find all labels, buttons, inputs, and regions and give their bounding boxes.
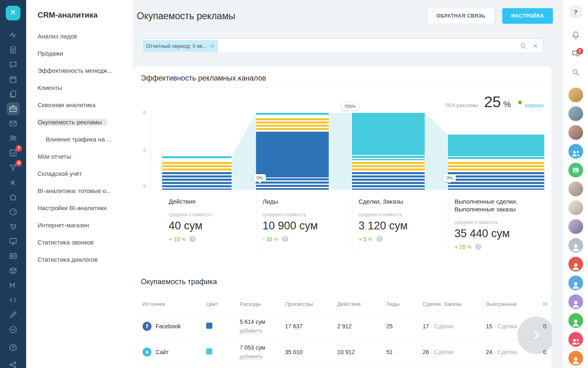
conversion-tooltip: 700% <box>341 103 359 110</box>
actions-cell: 2 912 <box>337 323 386 330</box>
sidebar-item-8[interactable]: Мои отчеты <box>38 153 127 160</box>
filter-chip-remove-icon[interactable]: × <box>211 43 214 49</box>
dialogs-icon[interactable]: 2 <box>571 49 581 59</box>
sites-icon <box>9 193 18 202</box>
filter-chip[interactable]: Отчетный период: II кв... × <box>143 40 218 52</box>
sidebar-item-4[interactable]: Клиенты <box>38 84 127 92</box>
stage-title: Лиды <box>263 198 352 206</box>
sidebar-item-12[interactable]: Интернет-магазин <box>38 222 127 229</box>
column-header: Цвет <box>206 301 240 307</box>
filter-bar[interactable]: Отчетный период: II кв... × × <box>141 38 543 53</box>
carousel-next-button[interactable] <box>517 316 552 354</box>
sidebar-item-3[interactable]: Эффективность менедж... <box>38 67 127 74</box>
sidebar-item-10[interactable]: BI-аналитика: готовые о... <box>38 187 127 195</box>
rail-item-calendar[interactable] <box>7 73 20 86</box>
user-avatar[interactable] <box>568 294 583 309</box>
rail-item-tasks-counter[interactable]: 7 <box>7 146 20 159</box>
rail-item-network[interactable] <box>7 358 20 368</box>
help-icon[interactable]: ? <box>475 244 481 250</box>
sidebar-item-9[interactable]: Складской учёт <box>38 170 127 177</box>
app-root: 74K CRM-аналитика Анализ лидовПродажиЭфф… <box>0 0 588 368</box>
user-avatar[interactable] <box>568 125 583 140</box>
user-avatar[interactable] <box>568 238 583 253</box>
stage-stat-1: Действия средняя стоимость 40 сум + 10%? <box>169 198 250 242</box>
help-icon[interactable]: ? <box>282 236 288 242</box>
rail-item-contact-center[interactable] <box>7 249 20 263</box>
table-row: fFacebook 5 614 сумдобавить 17 637 2 912… <box>141 314 543 340</box>
rail-item-employees[interactable] <box>7 132 20 145</box>
rail-item-live-feed[interactable] <box>7 29 20 42</box>
sidebar-item-1[interactable]: Анализ лидов <box>38 33 127 40</box>
rail-item-developer-tools[interactable] <box>7 294 20 307</box>
sidebar-item-14[interactable]: Статистика диалогов <box>38 256 127 263</box>
settings-button[interactable]: НАСТРОЙКА <box>502 8 553 24</box>
left-icon-rail: 74K <box>0 0 26 368</box>
rail-item-performance[interactable] <box>7 205 20 218</box>
user-avatar[interactable] <box>568 276 583 290</box>
rail-item-tasks[interactable] <box>7 43 20 56</box>
sidebar-item-6[interactable]: Окупаемость рекламы <box>38 119 127 126</box>
rail-item-rail-help[interactable] <box>7 341 20 354</box>
funnel-segment <box>352 172 425 190</box>
source-label: Сайт <box>156 349 169 355</box>
rail-item-messenger[interactable] <box>7 58 20 71</box>
user-avatar[interactable] <box>568 163 583 177</box>
search-icon[interactable] <box>519 42 527 50</box>
stage-delta: + 10%? <box>169 236 250 242</box>
user-avatar[interactable] <box>568 351 583 366</box>
main-content: Окупаемость рекламы ОБРАТНАЯ СВЯЗЬ НАСТР… <box>133 0 563 368</box>
feedback-button[interactable]: ОБРАТНАЯ СВЯЗЬ <box>427 8 495 24</box>
y-axis-label: 0 <box>143 110 146 115</box>
user-avatar[interactable] <box>568 144 583 159</box>
helpdesk-button[interactable]: ? <box>570 6 582 18</box>
roi-status-dot <box>518 101 522 104</box>
rail-item-warehouse[interactable] <box>7 264 20 277</box>
rail-item-marketing[interactable] <box>7 279 20 292</box>
rail-item-online-shop[interactable] <box>7 220 20 233</box>
rail-item-more-menu[interactable] <box>7 323 20 336</box>
rail-item-mail[interactable] <box>7 117 20 130</box>
user-avatar[interactable] <box>568 332 583 347</box>
rail-item-knowledge-base[interactable]: K <box>7 176 20 189</box>
user-avatar[interactable] <box>568 200 583 215</box>
deals-cell: 17 - Сделки <box>423 323 486 330</box>
calendar-icon <box>9 75 18 84</box>
user-avatar[interactable] <box>568 182 583 196</box>
counter-badge: 4 <box>16 160 22 166</box>
help-icon[interactable]: ? <box>189 236 196 242</box>
tasks-icon <box>9 45 18 54</box>
user-avatar[interactable] <box>568 106 583 121</box>
funnel-column-2 <box>256 94 329 190</box>
user-avatar[interactable] <box>568 88 583 102</box>
sidebar-item-11[interactable]: Настройки BI-аналитики <box>38 204 127 212</box>
notifications-bell-icon[interactable] <box>571 30 581 40</box>
sidebar-item-13[interactable]: Статистика звонков <box>38 239 127 246</box>
stage-value: 40 сум <box>169 220 250 232</box>
add-costs-link[interactable]: добавить <box>240 353 263 360</box>
user-avatar[interactable] <box>568 257 583 272</box>
funnel-segment <box>162 156 232 159</box>
filter-clear-icon[interactable]: × <box>533 42 538 50</box>
rail-item-sales-funnel[interactable]: 4 <box>7 161 20 174</box>
rail-item-documents[interactable] <box>7 88 20 101</box>
user-avatar[interactable] <box>568 313 583 328</box>
sidebar-item-2[interactable]: Продажи <box>38 50 127 57</box>
rail-item-crm[interactable] <box>7 102 20 115</box>
stage-title: Действия <box>169 198 250 206</box>
add-costs-link[interactable]: добавить <box>240 328 263 334</box>
help-icon[interactable]: ? <box>376 236 383 242</box>
user-avatar[interactable] <box>568 219 583 234</box>
color-cell <box>206 348 240 356</box>
logo-button[interactable] <box>6 6 20 20</box>
search-users-icon[interactable] <box>571 68 580 77</box>
funnel-segment <box>256 132 329 177</box>
rail-item-customize[interactable] <box>7 308 20 321</box>
sidebar-item-5[interactable]: Сквозная аналитика <box>38 101 127 109</box>
sidebar-item-7[interactable]: Влияние трафика на ... <box>38 136 127 143</box>
column-header: Выигранные <box>486 301 543 307</box>
traffic-table: ИсточникЦветРасходыПросмотрыДействияЛиды… <box>141 296 543 366</box>
crm-sidebar: CRM-аналитика Анализ лидовПродажиЭффекти… <box>26 0 133 368</box>
rail-item-online-office[interactable] <box>7 235 20 248</box>
rail-item-sites[interactable] <box>7 191 20 204</box>
filter-chip-label: Отчетный период: II кв... <box>146 43 207 49</box>
